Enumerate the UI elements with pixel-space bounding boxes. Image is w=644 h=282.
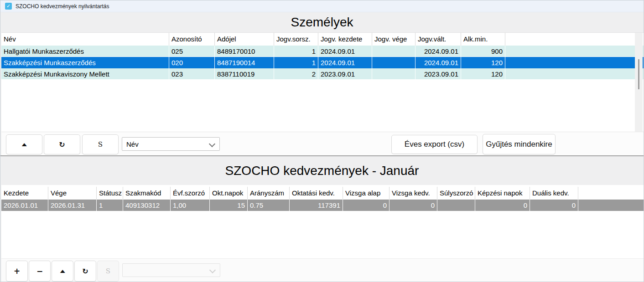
cell-kezdete: 2026.01.01 bbox=[1, 200, 48, 211]
cell-jogv-sorsz: 1 bbox=[274, 57, 318, 68]
persons-section-title: Személyek bbox=[291, 15, 353, 30]
benefits-table: Kezdete Vége Státusz Szakmakód Évf.szorz… bbox=[1, 185, 644, 258]
cell-jogv-valt: 2024.09.01 bbox=[415, 46, 461, 56]
column-header-kepzesi-napok: Képzési napok bbox=[475, 187, 530, 200]
checked-checkbox-icon[interactable]: ✓ bbox=[5, 3, 12, 10]
collect-all-button[interactable]: Gyűjtés mindenkire bbox=[483, 134, 556, 154]
chevron-down-icon bbox=[209, 141, 215, 147]
cell-alk-min: 120 bbox=[461, 68, 505, 79]
cell-jogv-sorsz: 1 bbox=[274, 46, 318, 56]
cell-szakmakod: 409130312 bbox=[123, 200, 171, 211]
column-header-vizsga-alap: Vizsga alap bbox=[343, 187, 390, 200]
s-icon: S bbox=[98, 140, 103, 149]
cell-jogv-kezdete: 2023.09.01 bbox=[318, 68, 372, 79]
annual-export-label: Éves export (csv) bbox=[405, 140, 464, 149]
cell-vizsga-kedv: 0 bbox=[390, 200, 437, 211]
column-header-dualis-kedv: Duális kedv. bbox=[530, 187, 578, 200]
cell-nev: Szakképzési Munkaszerződés bbox=[1, 57, 169, 68]
persons-table-header: Név Azonosító Adójel Jogv.sorsz. Jogv. k… bbox=[1, 33, 644, 46]
column-header-oktatasi-kedv: Oktatási kedv. bbox=[290, 187, 343, 200]
table-row[interactable]: 2026.01.01 2026.01.31 1 409130312 1,00 1… bbox=[1, 200, 644, 211]
table-row[interactable]: Szakképzési Munkaviszony Mellett 023 838… bbox=[1, 68, 644, 80]
move-up-button[interactable]: ▲ bbox=[52, 261, 73, 282]
benefits-table-header: Kezdete Vége Státusz Szakmakód Évf.szorz… bbox=[1, 187, 644, 200]
s-icon: S bbox=[106, 267, 110, 275]
cell-jogv-kezdete: 2024.09.01 bbox=[318, 57, 372, 68]
benefits-select-disabled bbox=[122, 263, 220, 277]
benefits-section-title: SZOCHO kedvezmények - Január bbox=[225, 164, 419, 178]
column-header-sulyszorzo: Súlyszorzó bbox=[437, 187, 475, 200]
annual-export-button[interactable]: Éves export (csv) bbox=[391, 135, 478, 154]
cell-vizsga-alap: 0 bbox=[343, 200, 390, 211]
cell-dualis-kedv: 0 bbox=[530, 200, 578, 211]
arrow-up-icon: ▲ bbox=[21, 142, 26, 147]
chevron-down-icon bbox=[209, 267, 216, 273]
column-header-azonosito: Azonosító bbox=[169, 33, 215, 46]
sort-select-value: Név bbox=[126, 140, 139, 148]
app-window: ✓ SZOCHO kedvezmények nyilvántartás Szem… bbox=[0, 0, 644, 282]
cell-adojel: 8489170010 bbox=[215, 46, 274, 56]
cell-alk-min: 900 bbox=[461, 46, 505, 56]
persons-table: Név Azonosító Adójel Jogv.sorsz. Jogv. k… bbox=[1, 32, 644, 132]
refresh-button[interactable]: ↻ bbox=[74, 261, 96, 282]
cell-oktatasi-kedv: 117391 bbox=[290, 200, 343, 211]
sort-select[interactable]: Név bbox=[122, 137, 220, 151]
cell-nev: Hallgatói Munkaszerződés bbox=[1, 46, 169, 56]
minus-icon: − bbox=[36, 267, 43, 276]
titlebar: ✓ SZOCHO kedvezmények nyilvántartás bbox=[0, 0, 644, 12]
cell-jogv-valt: 2024.09.01 bbox=[415, 57, 461, 68]
persons-toolbar: ▲ ↻ S Név Éves export (csv) Gyűjtés mind… bbox=[1, 132, 644, 156]
cell-jogv-vege bbox=[372, 57, 415, 68]
scrollbar-thumb[interactable] bbox=[638, 59, 639, 89]
benefits-toolbar: + − ▲ ↻ S bbox=[1, 258, 644, 282]
arrow-up-icon: ▲ bbox=[60, 269, 65, 273]
cell-aranyszam: 0.75 bbox=[248, 200, 290, 211]
refresh-icon: ↻ bbox=[82, 267, 88, 276]
s-button[interactable]: S bbox=[82, 134, 119, 154]
s-button-disabled: S bbox=[97, 261, 119, 282]
refresh-icon: ↻ bbox=[59, 140, 65, 149]
column-header-jogv-valt: Jogv.vált. bbox=[415, 33, 461, 46]
cell-azonosito: 023 bbox=[169, 68, 215, 79]
cell-jogv-valt: 2023.09.01 bbox=[415, 68, 461, 79]
column-header-vizsga-kedv: Vizsga kedv. bbox=[390, 187, 437, 200]
cell-alk-min: 120 bbox=[461, 57, 505, 68]
cell-azonosito: 025 bbox=[169, 46, 215, 56]
delete-row-button[interactable]: − bbox=[29, 261, 51, 282]
cell-jogv-sorsz: 2 bbox=[274, 68, 318, 79]
column-header-szakmakod: Szakmakód bbox=[123, 187, 171, 200]
column-header-statusz: Státusz bbox=[97, 187, 123, 200]
column-header-adojel: Adójel bbox=[215, 33, 274, 46]
cell-adojel: 8387110019 bbox=[215, 68, 274, 79]
column-header-nev: Név bbox=[1, 33, 169, 46]
cell-nev: Szakképzési Munkaviszony Mellett bbox=[1, 68, 169, 79]
plus-icon: + bbox=[14, 267, 20, 276]
scrollbar[interactable] bbox=[635, 33, 643, 132]
move-up-button[interactable]: ▲ bbox=[6, 134, 42, 154]
add-row-button[interactable]: + bbox=[6, 261, 28, 282]
table-row-selected[interactable]: Szakképzési Munkaszerződés 020 848719001… bbox=[1, 57, 644, 68]
cell-kepzesi-napok: 0 bbox=[475, 200, 530, 211]
column-header-alk-min: Alk.min. bbox=[461, 33, 505, 46]
cell-jogv-vege bbox=[372, 68, 415, 79]
column-header-jogv-vege: Jogv. vége bbox=[372, 33, 415, 46]
column-header-aranyszam: Arányszám bbox=[248, 187, 290, 200]
cell-evf-szorzo: 1,00 bbox=[171, 200, 210, 211]
cell-vege: 2026.01.31 bbox=[48, 200, 97, 211]
table-row[interactable]: Hallgatói Munkaszerződés 025 8489170010 … bbox=[1, 46, 644, 57]
benefits-section-header: SZOCHO kedvezmények - Január bbox=[0, 156, 644, 185]
cell-jogv-kezdete: 2024.09.01 bbox=[318, 46, 372, 56]
cell-okt-napok: 15 bbox=[210, 200, 248, 211]
column-header-jogv-sorsz: Jogv.sorsz. bbox=[274, 33, 318, 46]
cell-azonosito: 020 bbox=[169, 57, 215, 68]
column-header-kezdete: Kezdete bbox=[1, 187, 48, 200]
column-header-vege: Vége bbox=[48, 187, 97, 200]
cell-statusz: 1 bbox=[97, 200, 123, 211]
column-header-jogv-kezdete: Jogv. kezdete bbox=[318, 33, 372, 46]
refresh-button[interactable]: ↻ bbox=[44, 134, 80, 154]
cell-jogv-vege bbox=[372, 46, 415, 56]
column-header-evf-szorzo: Évf.szorzó bbox=[171, 187, 210, 200]
persons-section-header: Személyek bbox=[0, 12, 644, 32]
titlebar-title: SZOCHO kedvezmények nyilvántartás bbox=[16, 3, 109, 10]
cell-adojel: 8487190014 bbox=[215, 57, 274, 68]
